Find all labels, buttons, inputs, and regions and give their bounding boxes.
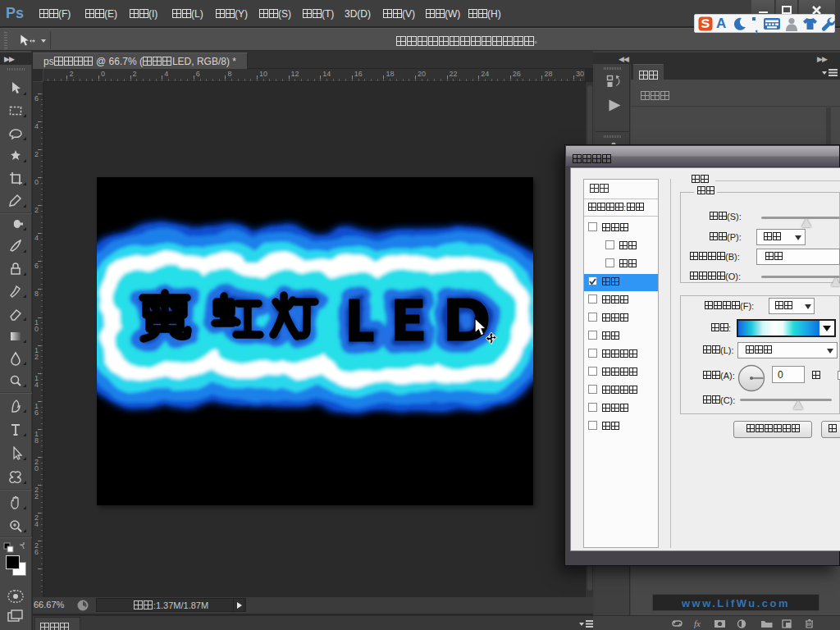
svg-text:fx: fx — [694, 619, 701, 628]
